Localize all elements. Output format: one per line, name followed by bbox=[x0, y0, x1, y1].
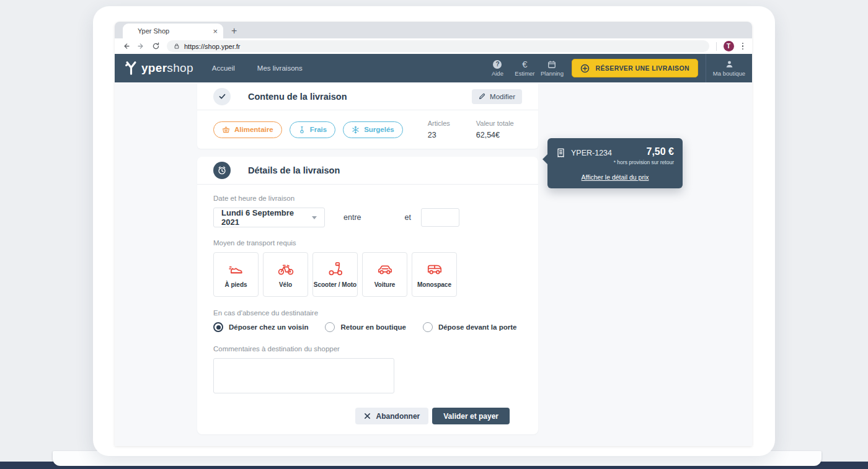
browser-profile-avatar[interactable]: T bbox=[724, 41, 734, 51]
cancel-button-label: Abandonner bbox=[376, 412, 420, 421]
new-tab-button[interactable]: + bbox=[231, 25, 237, 37]
plus-circle-icon bbox=[580, 64, 590, 73]
radio-label: Dépose devant la porte bbox=[438, 323, 517, 331]
price-popover: YPER-1234 7,50 € * hors provision sur re… bbox=[547, 138, 683, 188]
radio-checked-icon bbox=[213, 322, 223, 332]
transport-tile-monospace[interactable]: Monospace bbox=[412, 252, 457, 297]
app-nav-links: Accueil Mes livraisons bbox=[212, 64, 303, 72]
nav-action-ma-boutique[interactable]: Ma boutique bbox=[706, 59, 752, 77]
logo-y-icon bbox=[125, 61, 138, 76]
transport-label: Moyen de transport requis bbox=[213, 239, 522, 247]
date-select-value: Lundi 6 Septembre 2021 bbox=[221, 208, 312, 227]
logo-bold: yper bbox=[141, 61, 167, 74]
radio-unchecked-icon bbox=[423, 322, 433, 332]
articles-value: 23 bbox=[428, 131, 450, 139]
reserve-button-label: RÉSERVER UNE LIVRAISON bbox=[595, 64, 689, 72]
alarm-clock-icon bbox=[217, 165, 227, 175]
delivery-price: 7,50 € bbox=[614, 146, 674, 157]
browser-window: Yper Shop × + bbox=[115, 22, 752, 446]
total-label: Valeur totale bbox=[476, 120, 514, 127]
modify-button-label: Modifier bbox=[490, 93, 515, 100]
webpage: ypershop Accueil Mes livraisons ? Aide € bbox=[115, 54, 752, 446]
reserve-delivery-button[interactable]: RÉSERVER UNE LIVRAISON bbox=[572, 59, 698, 77]
check-icon bbox=[218, 92, 226, 100]
and-label: et bbox=[405, 213, 411, 222]
comments-label: Commentaires à destination du shopper bbox=[213, 345, 522, 353]
between-label: entre bbox=[343, 213, 361, 222]
forward-icon[interactable] bbox=[137, 42, 145, 50]
transport-tile-velo[interactable]: Vélo bbox=[263, 252, 308, 297]
submit-button[interactable]: Valider et payer bbox=[432, 408, 510, 424]
transport-label-text: Monospace bbox=[417, 281, 451, 288]
car-icon bbox=[376, 261, 394, 277]
total-stat: Valeur totale 62,54€ bbox=[476, 120, 514, 139]
browser-tab[interactable]: Yper Shop × bbox=[123, 24, 223, 38]
browser-menu-icon[interactable] bbox=[741, 43, 745, 50]
nav-action-planning[interactable]: Planning bbox=[538, 59, 565, 77]
nav-action-label: Ma boutique bbox=[713, 70, 745, 77]
modify-button[interactable]: Modifier bbox=[472, 89, 522, 104]
screenshot-stage: Yper Shop × + bbox=[0, 0, 868, 469]
url-text: https://shop.yper.fr bbox=[184, 43, 241, 50]
transport-tile-voiture[interactable]: Voiture bbox=[362, 252, 407, 297]
close-icon bbox=[364, 413, 371, 419]
price-note: * hors provision sur retour bbox=[614, 159, 674, 165]
comments-textarea[interactable] bbox=[213, 358, 394, 393]
absence-options: Déposer chez un voisin Retour en boutiqu… bbox=[213, 322, 522, 332]
nav-link-accueil[interactable]: Accueil bbox=[212, 64, 235, 72]
delivery-reference: YPER-1234 bbox=[571, 149, 612, 157]
date-label: Date et heure de livraison bbox=[213, 195, 522, 202]
toolbar-divider bbox=[716, 42, 717, 51]
transport-tile-a-pieds[interactable]: À pieds bbox=[213, 252, 259, 297]
nav-action-aide[interactable]: ? Aide bbox=[484, 59, 511, 77]
transport-label-text: Voiture bbox=[374, 281, 396, 288]
price-detail-link[interactable]: Afficher le détail du prix bbox=[556, 173, 674, 181]
articles-label: Articles bbox=[428, 120, 450, 127]
articles-stat: Articles 23 bbox=[428, 120, 450, 139]
pencil-icon bbox=[479, 93, 485, 100]
transport-tile-scooter[interactable]: Scooter / Moto bbox=[312, 252, 358, 297]
nav-action-label: Aide bbox=[492, 70, 503, 77]
lock-icon bbox=[174, 43, 180, 50]
laptop-screen: Yper Shop × + bbox=[93, 6, 775, 456]
ypershop-logo[interactable]: ypershop bbox=[125, 61, 193, 76]
tag-label: Alimentaire bbox=[234, 126, 273, 133]
nav-link-mes-livraisons[interactable]: Mes livraisons bbox=[257, 64, 303, 72]
radio-deposer-voisin[interactable]: Déposer chez un voisin bbox=[213, 322, 308, 332]
receipt-icon bbox=[556, 148, 565, 158]
euro-icon: € bbox=[522, 59, 527, 69]
absence-label: En cas d'absence du destinataire bbox=[213, 309, 522, 317]
walking-icon bbox=[228, 261, 244, 277]
time-end-input[interactable] bbox=[421, 208, 459, 227]
tag-label: Surgelés bbox=[364, 126, 394, 133]
cancel-button[interactable]: Abandonner bbox=[355, 408, 429, 424]
nav-action-estimer[interactable]: € Estimer bbox=[511, 59, 538, 77]
bicycle-icon bbox=[277, 261, 294, 277]
radio-retour-boutique[interactable]: Retour en boutique bbox=[325, 322, 405, 332]
page-body: Contenu de la livraison Modifier Aliment… bbox=[115, 82, 752, 446]
browser-tabbar: Yper Shop × + bbox=[115, 22, 752, 38]
url-bar[interactable]: https://shop.yper.fr bbox=[167, 40, 709, 52]
basket-icon bbox=[222, 126, 230, 134]
reload-icon[interactable] bbox=[152, 42, 160, 50]
transport-label-text: Scooter / Moto bbox=[314, 281, 356, 288]
account-icon bbox=[725, 59, 734, 69]
back-icon[interactable] bbox=[122, 42, 130, 50]
date-select[interactable]: Lundi 6 Septembre 2021 bbox=[213, 208, 325, 227]
tag-label: Frais bbox=[310, 126, 327, 133]
logo-light: shop bbox=[167, 61, 193, 74]
tag-surgeles[interactable]: Surgelés bbox=[343, 121, 403, 138]
tag-alimentaire[interactable]: Alimentaire bbox=[213, 121, 282, 138]
content-card: Contenu de la livraison Modifier Aliment… bbox=[197, 83, 538, 149]
transport-options: À pieds Vélo bbox=[213, 252, 522, 297]
help-icon: ? bbox=[493, 60, 502, 69]
app-navbar: ypershop Accueil Mes livraisons ? Aide € bbox=[115, 54, 752, 82]
van-icon bbox=[426, 261, 443, 277]
content-card-title: Contenu de la livraison bbox=[248, 92, 347, 102]
tag-frais[interactable]: Frais bbox=[290, 121, 336, 138]
content-stats: Articles 23 Valeur totale 62,54€ bbox=[428, 120, 514, 139]
radio-depose-porte[interactable]: Dépose devant la porte bbox=[423, 322, 517, 332]
calendar-icon bbox=[547, 59, 556, 69]
tab-close-icon[interactable]: × bbox=[213, 27, 218, 35]
tab-title: Yper Shop bbox=[138, 27, 213, 35]
